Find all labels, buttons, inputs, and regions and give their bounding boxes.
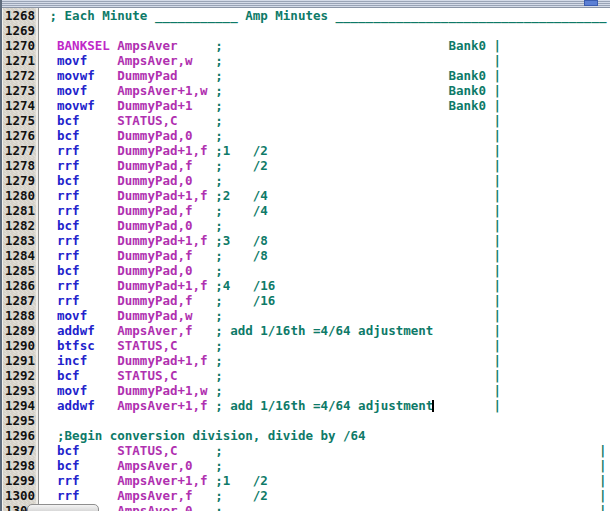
line-number[interactable]: 1279	[2, 173, 39, 188]
code-text[interactable]	[39, 413, 610, 428]
line-number[interactable]: 1300	[2, 488, 39, 503]
line-number[interactable]: 1292	[2, 368, 39, 383]
code-text[interactable]: bcf STATUS,C ; |	[39, 113, 610, 128]
line-number[interactable]: 1293	[2, 383, 39, 398]
code-text[interactable]: rrf DummyPad+1,f ;4 /16 |	[39, 278, 610, 293]
code-text[interactable]: rrf DummyPad+1,f ;2 /4 |	[39, 188, 610, 203]
line-number[interactable]: 1294	[2, 398, 39, 413]
code-text[interactable]: movf AmpsAver,w ; |	[39, 53, 610, 68]
code-text[interactable]: rrf DummyPad,f ; /4 |	[39, 203, 610, 218]
code-line[interactable]: 1298 bcf AmpsAver,0 ; |	[2, 458, 610, 473]
line-number[interactable]: 1271	[2, 53, 39, 68]
line-number[interactable]: 1280	[2, 188, 39, 203]
code-text[interactable]: addwf AmpsAver+1,f ; add 1/16th =4/64 ad…	[39, 398, 610, 413]
code-text[interactable]: movwf DummyPad+1 ; Bank0 |	[39, 98, 610, 113]
line-number[interactable]: 1270	[2, 38, 39, 53]
line-number[interactable]: 1283	[2, 233, 39, 248]
code-line[interactable]: 1274 movwf DummyPad+1 ; Bank0 |	[2, 98, 610, 113]
code-text[interactable]: rrf AmpsAver+1,f ;1 /2 |	[39, 473, 610, 488]
code-text[interactable]: bcf AmpsAver,0 ; |	[39, 503, 610, 511]
code-line[interactable]: 1287 rrf DummyPad,f ; /16 |	[2, 293, 610, 308]
code-text[interactable]: bcf AmpsAver,0 ; |	[39, 458, 610, 473]
code-line[interactable]: 1286 rrf DummyPad+1,f ;4 /16 |	[2, 278, 610, 293]
code-line[interactable]: 1297 bcf STATUS,C ; |	[2, 443, 610, 458]
code-text[interactable]: bcf STATUS,C ; |	[39, 368, 610, 383]
line-number[interactable]: 1282	[2, 218, 39, 233]
line-number[interactable]: 1275	[2, 113, 39, 128]
line-number[interactable]: 1277	[2, 143, 39, 158]
code-text[interactable]: rrf DummyPad,f ; /8 |	[39, 248, 610, 263]
code-text[interactable]: rrf DummyPad,f ; /16 |	[39, 293, 610, 308]
code-area[interactable]: 1268 ; Each Minute ___________ Amp Minut…	[2, 8, 610, 511]
code-text[interactable]: bcf DummyPad,0 ; |	[39, 173, 610, 188]
code-line[interactable]: 1278 rrf DummyPad,f ; /2 |	[2, 158, 610, 173]
code-text[interactable]: movf DummyPad,w ; |	[39, 308, 610, 323]
code-line[interactable]: 1270 BANKSEL AmpsAver ; Bank0 |	[2, 38, 610, 53]
code-text[interactable]: rrf DummyPad+1,f ;3 /8 |	[39, 233, 610, 248]
code-line[interactable]: 1281 rrf DummyPad,f ; /4 |	[2, 203, 610, 218]
line-number[interactable]: 1274	[2, 98, 39, 113]
code-text[interactable]: bcf STATUS,C ; |	[39, 443, 610, 458]
code-text[interactable]: bcf DummyPad,0 ; |	[39, 128, 610, 143]
code-text[interactable]: bcf DummyPad,0 ; |	[39, 218, 610, 233]
code-line[interactable]: 1299 rrf AmpsAver+1,f ;1 /2 |	[2, 473, 610, 488]
code-text[interactable]: ;Begin conversion division, divide by /6…	[39, 428, 610, 443]
code-line[interactable]: 1272 movwf DummyPad ; Bank0 |	[2, 68, 610, 83]
code-line[interactable]: 1292 bcf STATUS,C ; |	[2, 368, 610, 383]
horizontal-scrollbar-thumb[interactable]	[27, 504, 99, 511]
code-text[interactable]: rrf DummyPad+1,f ;1 /2 |	[39, 143, 610, 158]
line-number[interactable]: 1268	[2, 8, 39, 23]
code-text[interactable]: btfsc STATUS,C ; |	[39, 338, 610, 353]
code-line[interactable]: 1294 addwf AmpsAver+1,f ; add 1/16th =4/…	[2, 398, 610, 413]
code-line[interactable]: 1296 ;Begin conversion division, divide …	[2, 428, 610, 443]
code-line[interactable]: 1283 rrf DummyPad+1,f ;3 /8 |	[2, 233, 610, 248]
line-number[interactable]: 1298	[2, 458, 39, 473]
line-number[interactable]: 1297	[2, 443, 39, 458]
line-number[interactable]: 1284	[2, 248, 39, 263]
code-text[interactable]: bcf DummyPad,0 ; |	[39, 263, 610, 278]
line-number[interactable]: 1285	[2, 263, 39, 278]
code-line[interactable]: 1282 bcf DummyPad,0 ; |	[2, 218, 610, 233]
line-number[interactable]: 1272	[2, 68, 39, 83]
code-text[interactable]: movf AmpsAver+1,w ; Bank0 |	[39, 83, 610, 98]
code-line[interactable]: 1288 movf DummyPad,w ; |	[2, 308, 610, 323]
line-number[interactable]: 1269	[2, 23, 39, 38]
code-text[interactable]: ; Each Minute ___________ Amp Minutes __…	[39, 8, 610, 23]
code-text[interactable]: BANKSEL AmpsAver ; Bank0 |	[39, 38, 610, 53]
code-line[interactable]: 1279 bcf DummyPad,0 ; |	[2, 173, 610, 188]
line-number[interactable]: 1296	[2, 428, 39, 443]
code-text[interactable]: incf DummyPad+1,f ; |	[39, 353, 610, 368]
code-line[interactable]: 1280 rrf DummyPad+1,f ;2 /4 |	[2, 188, 610, 203]
line-number[interactable]: 1291	[2, 353, 39, 368]
line-number[interactable]: 1287	[2, 293, 39, 308]
code-line[interactable]: 1295	[2, 413, 610, 428]
line-number[interactable]: 1290	[2, 338, 39, 353]
line-number[interactable]: 1288	[2, 308, 39, 323]
code-line[interactable]: 1276 bcf DummyPad,0 ; |	[2, 128, 610, 143]
code-line[interactable]: 1275 bcf STATUS,C ; |	[2, 113, 610, 128]
code-line[interactable]: 1277 rrf DummyPad+1,f ;1 /2 |	[2, 143, 610, 158]
code-line[interactable]: 1290 btfsc STATUS,C ; |	[2, 338, 610, 353]
code-line[interactable]: 1273 movf AmpsAver+1,w ; Bank0 |	[2, 83, 610, 98]
line-number[interactable]: 1299	[2, 473, 39, 488]
code-line[interactable]: 1293 movf DummyPad+1,w ; |	[2, 383, 610, 398]
code-line[interactable]: 1300 rrf AmpsAver,f ; /2 |	[2, 488, 610, 503]
code-line[interactable]: 1284 rrf DummyPad,f ; /8 |	[2, 248, 610, 263]
code-line[interactable]: 1269	[2, 23, 610, 38]
line-number[interactable]: 1273	[2, 83, 39, 98]
code-line[interactable]: 1285 bcf DummyPad,0 ; |	[2, 263, 610, 278]
code-text[interactable]: addwf AmpsAver,f ; add 1/16th =4/64 adju…	[39, 323, 610, 338]
code-text[interactable]: movf DummyPad+1,w ; |	[39, 383, 610, 398]
code-text[interactable]	[39, 23, 610, 38]
line-number[interactable]: 1289	[2, 323, 39, 338]
code-line[interactable]: 1271 movf AmpsAver,w ; |	[2, 53, 610, 68]
line-number[interactable]: 1295	[2, 413, 39, 428]
line-number[interactable]: 1276	[2, 128, 39, 143]
code-line[interactable]: 1291 incf DummyPad+1,f ; |	[2, 353, 610, 368]
code-text[interactable]: movwf DummyPad ; Bank0 |	[39, 68, 610, 83]
code-line[interactable]: 1289 addwf AmpsAver,f ; add 1/16th =4/64…	[2, 323, 610, 338]
code-line[interactable]: 1268 ; Each Minute ___________ Amp Minut…	[2, 8, 610, 23]
line-number[interactable]: 1278	[2, 158, 39, 173]
code-text[interactable]: rrf DummyPad,f ; /2 |	[39, 158, 610, 173]
code-text[interactable]: rrf AmpsAver,f ; /2 |	[39, 488, 610, 503]
